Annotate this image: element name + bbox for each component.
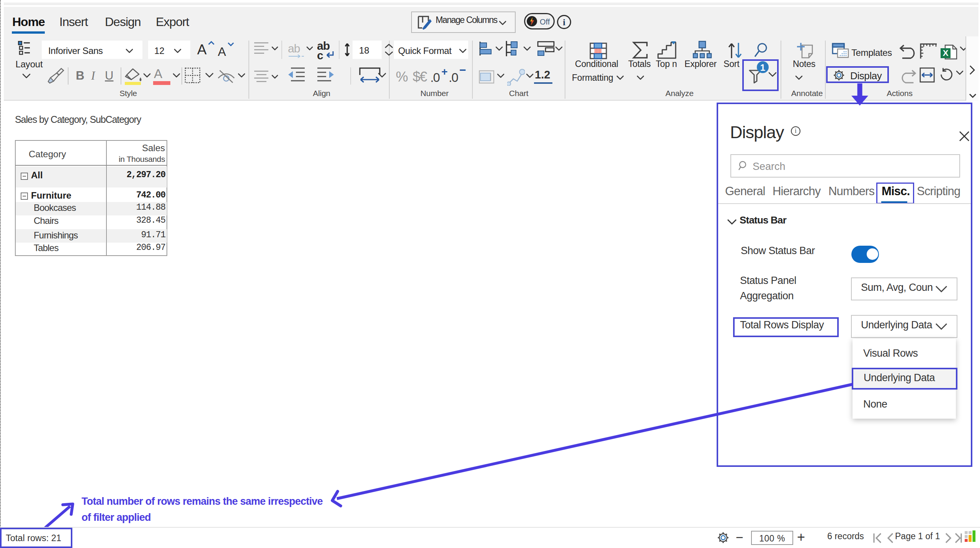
svg-text:X: X: [943, 48, 949, 58]
